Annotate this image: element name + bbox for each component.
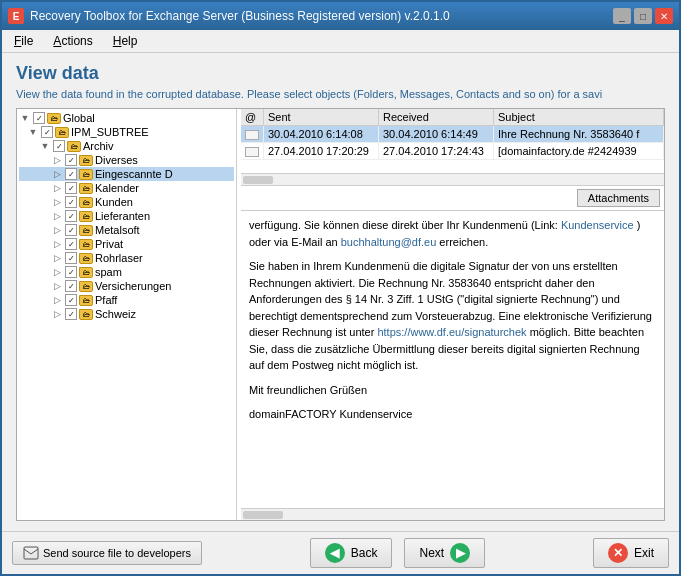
expand-icon-schweiz[interactable]: ▷ [51,309,63,319]
email-list-scrollbar[interactable] [241,174,664,186]
next-icon: ▶ [450,543,470,563]
tree-item-rohrlaser[interactable]: ▷ ✓ 🗁 Rohrlaser [19,251,234,265]
checkbox-global[interactable]: ✓ [33,112,45,124]
footer: Send source file to developers ◀ Back Ne… [2,531,679,574]
email-received-2: 27.04.2010 17:24:43 [379,143,494,160]
col-header-sent[interactable]: Sent [264,109,379,126]
menu-file[interactable]: File [10,32,37,50]
attachment-bar: Attachments [241,186,664,211]
expand-icon-pfaff[interactable]: ▷ [51,295,63,305]
minimize-button[interactable]: _ [613,8,631,24]
folder-icon-pfaff: 🗁 [79,295,93,306]
checkbox-metalsoft[interactable]: ✓ [65,224,77,236]
expand-icon-lieferanten[interactable]: ▷ [51,211,63,221]
col-header-subject[interactable]: Subject [494,109,664,126]
expand-icon-ipm[interactable]: ▼ [27,127,39,137]
tree-label-rohrlaser: Rohrlaser [95,252,143,264]
checkbox-spam[interactable]: ✓ [65,266,77,278]
email-sent-2: 27.04.2010 17:20:29 [264,143,379,160]
title-bar: E Recovery Toolbox for Exchange Server (… [2,2,679,30]
expand-icon-eingescannte[interactable]: ▷ [51,169,63,179]
attachments-button[interactable]: Attachments [577,189,660,207]
tree-item-lieferanten[interactable]: ▷ ✓ 🗁 Lieferanten [19,209,234,223]
menu-help[interactable]: Help [109,32,142,50]
expand-icon-rohrlaser[interactable]: ▷ [51,253,63,263]
exit-button[interactable]: ✕ Exit [593,538,669,568]
tree-panel[interactable]: ▼ ✓ 🗁 Global ▼ ✓ 🗁 IPM_SUBTREE ▼ ✓ 🗁 [17,109,237,520]
expand-icon-versicherungen[interactable]: ▷ [51,281,63,291]
body-scrollbar-h[interactable] [241,508,664,520]
tree-item-spam[interactable]: ▷ ✓ 🗁 spam [19,265,234,279]
tree-label-metalsoft: Metalsoft [95,224,140,236]
folder-icon-archiv: 🗁 [67,141,81,152]
folder-icon-versicherungen: 🗁 [79,281,93,292]
expand-icon-kunden[interactable]: ▷ [51,197,63,207]
main-window: E Recovery Toolbox for Exchange Server (… [0,0,681,576]
signatur-link[interactable]: https://www.df.eu/signaturchek [377,326,526,338]
email-list[interactable]: @ Sent Received Subject 30.04.2010 6:14:… [241,109,664,174]
expand-icon-privat[interactable]: ▷ [51,239,63,249]
tree-item-diverses[interactable]: ▷ ✓ 🗁 Diverses [19,153,234,167]
restore-button[interactable]: □ [634,8,652,24]
email-body[interactable]: verfügung. Sie können diese direkt über … [241,211,664,508]
checkbox-lieferanten[interactable]: ✓ [65,210,77,222]
checkbox-ipm[interactable]: ✓ [41,126,53,138]
checkbox-diverses[interactable]: ✓ [65,154,77,166]
menu-bar: File Actions Help [2,30,679,53]
tree-item-versicherungen[interactable]: ▷ ✓ 🗁 Versicherungen [19,279,234,293]
body-para-3: Mit freundlichen Grüßen [249,382,656,399]
send-source-button[interactable]: Send source file to developers [12,541,202,565]
folder-icon-schweiz: 🗁 [79,309,93,320]
folder-icon-metalsoft: 🗁 [79,225,93,236]
footer-left: Send source file to developers [12,541,202,565]
tree-item-kunden[interactable]: ▷ ✓ 🗁 Kunden [19,195,234,209]
expand-icon-spam[interactable]: ▷ [51,267,63,277]
close-button[interactable]: ✕ [655,8,673,24]
tree-item-schweiz[interactable]: ▷ ✓ 🗁 Schweiz [19,307,234,321]
email-table: @ Sent Received Subject 30.04.2010 6:14:… [241,109,664,160]
col-header-received[interactable]: Received [379,109,494,126]
tree-item-kalender[interactable]: ▷ ✓ 🗁 Kalender [19,181,234,195]
checkbox-archiv[interactable]: ✓ [53,140,65,152]
body-scroll-thumb[interactable] [243,511,283,519]
scroll-thumb[interactable] [243,176,273,184]
tree-item-global[interactable]: ▼ ✓ 🗁 Global [19,111,234,125]
content-area: View data View the data found in the cor… [2,53,679,531]
expand-icon-diverses[interactable]: ▷ [51,155,63,165]
checkbox-kunden[interactable]: ✓ [65,196,77,208]
footer-center: ◀ Back Next ▶ [310,538,485,568]
checkbox-kalender[interactable]: ✓ [65,182,77,194]
email-icon-1 [245,130,259,140]
kundenservice-link[interactable]: Kundenservice [561,219,634,231]
expand-icon-metalsoft[interactable]: ▷ [51,225,63,235]
checkbox-schweiz[interactable]: ✓ [65,308,77,320]
expand-icon[interactable]: ▼ [19,113,31,123]
expand-icon-kalender[interactable]: ▷ [51,183,63,193]
back-button[interactable]: ◀ Back [310,538,393,568]
tree-item-archiv[interactable]: ▼ ✓ 🗁 Archiv [19,139,234,153]
checkbox-rohrlaser[interactable]: ✓ [65,252,77,264]
tree-item-eingescannte[interactable]: ▷ ✓ 🗁 Eingescannte D [19,167,234,181]
menu-actions[interactable]: Actions [49,32,96,50]
checkbox-versicherungen[interactable]: ✓ [65,280,77,292]
main-area: ▼ ✓ 🗁 Global ▼ ✓ 🗁 IPM_SUBTREE ▼ ✓ 🗁 [16,108,665,521]
next-button[interactable]: Next ▶ [404,538,485,568]
tree-label-eingescannte: Eingescannte D [95,168,173,180]
title-bar-left: E Recovery Toolbox for Exchange Server (… [8,8,450,24]
tree-item-ipm[interactable]: ▼ ✓ 🗁 IPM_SUBTREE [19,125,234,139]
tree-label-versicherungen: Versicherungen [95,280,171,292]
email-row-1[interactable]: 30.04.2010 6:14:08 30.04.2010 6:14:49 Ih… [241,126,664,143]
tree-item-pfaff[interactable]: ▷ ✓ 🗁 Pfaff [19,293,234,307]
email-row-2[interactable]: 27.04.2010 17:20:29 27.04.2010 17:24:43 … [241,143,664,160]
tree-item-metalsoft[interactable]: ▷ ✓ 🗁 Metalsoft [19,223,234,237]
expand-icon-archiv[interactable]: ▼ [39,141,51,151]
checkbox-privat[interactable]: ✓ [65,238,77,250]
email-link[interactable]: buchhaltung@df.eu [341,236,437,248]
tree-label-diverses: Diverses [95,154,138,166]
folder-icon-global: 🗁 [47,113,61,124]
checkbox-eingescannte[interactable]: ✓ [65,168,77,180]
svg-rect-0 [24,547,38,559]
tree-item-privat[interactable]: ▷ ✓ 🗁 Privat [19,237,234,251]
checkbox-pfaff[interactable]: ✓ [65,294,77,306]
send-icon [23,546,39,560]
